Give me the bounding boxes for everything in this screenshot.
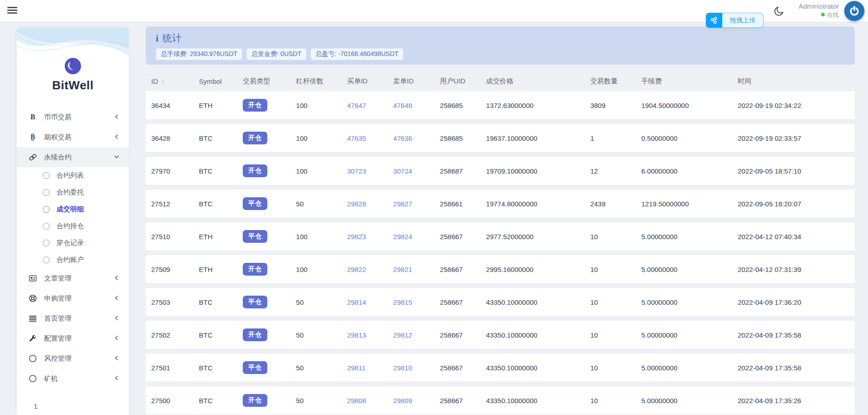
radio-circle-icon <box>43 206 50 213</box>
chevron-left-icon <box>113 133 121 141</box>
sidebar-subitem-liquidation-records[interactable]: 穿仓记录 <box>17 235 129 251</box>
cell-symbol: BTC <box>199 200 243 208</box>
cell-price: 19709.10000000 <box>486 167 590 175</box>
radio-circle-icon <box>43 172 50 179</box>
sidebar-subitem-label: 穿仓记录 <box>56 239 84 247</box>
sidebar-item-perpetual-contract[interactable]: 永续合约 <box>17 147 129 167</box>
column-header-time: 时间 <box>738 77 855 86</box>
buy_id-link[interactable]: 29822 <box>347 266 366 273</box>
upload-button[interactable]: 拖拽上传 <box>706 13 764 28</box>
sell_id-link[interactable]: 29824 <box>393 233 412 241</box>
sidebar-subitem-label: 成交明细 <box>56 205 84 214</box>
column-header-fee: 手续费 <box>641 77 738 86</box>
trade-type-badge: 开仓 <box>243 99 267 112</box>
stats-badges: 总手续费: 29340.976USDT总资金费: 0USDT总盈亏: -7016… <box>156 48 845 60</box>
sidebar-item-label: 币币交易 <box>44 113 113 122</box>
sidebar-subitem-label: 合约委托 <box>56 188 84 197</box>
cell-amount: 1 <box>590 134 641 142</box>
cell-symbol: ETH <box>199 266 243 273</box>
table-row: 27502BTC开仓50298132981225866743350.100000… <box>146 321 855 349</box>
buy_id-link[interactable]: 29814 <box>347 298 366 306</box>
cell-time: 2022-04-09 17:36:20 <box>738 298 855 306</box>
cell-buy_id: 29814 <box>347 298 393 306</box>
sell_id-link[interactable]: 29809 <box>393 397 412 405</box>
cell-id: 27502 <box>146 331 199 339</box>
sidebar-subitem-contract-orders[interactable]: 合约委托 <box>17 184 129 201</box>
sidebar-subitem-contract-positions[interactable]: 合约持仓 <box>17 218 129 235</box>
cell-fee: 6.00000000 <box>641 167 738 175</box>
sidebar-subitem-trade-details[interactable]: 成交明细 <box>17 201 129 218</box>
sell_id-link[interactable]: 29815 <box>393 298 412 306</box>
cell-symbol: BTC <box>199 298 243 306</box>
column-header-uid: 用户UID <box>440 77 486 86</box>
sidebar-item-config-management[interactable]: 配置管理 <box>17 328 129 348</box>
table-row: 27512BTC平仓50298282982725866119774.800000… <box>146 190 855 218</box>
column-header-sell_id: 卖单ID <box>393 77 440 86</box>
user-name: Administrator <box>799 2 839 11</box>
buy_id-link[interactable]: 29811 <box>347 364 366 372</box>
sell_id-link[interactable]: 29821 <box>393 266 412 273</box>
sidebar-item-risk-management[interactable]: 风控管理 <box>17 348 129 369</box>
cell-price: 43350.10000000 <box>486 331 590 339</box>
cell-amount: 10 <box>590 298 641 306</box>
sidebar: BitWell B币币交易B期权交易永续合约合约列表合约委托成交明细合约持仓穿仓… <box>17 27 129 415</box>
column-header-id[interactable]: ID↑ <box>146 77 199 85</box>
chevron-left-icon <box>113 375 121 382</box>
cell-trade_type: 平仓 <box>243 197 296 210</box>
chevron-left-icon <box>113 335 121 342</box>
sidebar-item-label: 首页管理 <box>44 314 113 323</box>
cell-id: 27500 <box>146 397 199 405</box>
table-row: 27501BTC平仓50298112981025866743350.100000… <box>146 354 855 382</box>
cell-uid: 258687 <box>440 167 486 175</box>
sell_id-link[interactable]: 47648 <box>393 102 412 109</box>
sidebar-item-homepage-management[interactable]: 首页管理 <box>17 308 129 328</box>
cell-uid: 258667 <box>440 397 486 405</box>
sidebar-item-coin-trade[interactable]: B币币交易 <box>17 107 129 127</box>
sell_id-link[interactable]: 29812 <box>393 331 412 339</box>
table-row: 27500BTC开仓50298082980925866743350.100000… <box>146 386 855 415</box>
cell-buy_id: 29822 <box>347 266 393 273</box>
cell-fee: 5.00000000 <box>641 266 738 273</box>
cell-buy_id: 47635 <box>347 134 393 142</box>
sidebar-item-options-trade[interactable]: B期权交易 <box>17 127 129 147</box>
cell-trade_type: 开仓 <box>243 328 296 341</box>
cell-time: 2022-09-19 02:34:22 <box>738 102 855 109</box>
column-header-symbol: Symbol <box>199 77 243 85</box>
cell-price: 2995.16000000 <box>486 266 590 273</box>
cell-leverage: 100 <box>296 266 347 273</box>
sell_id-link[interactable]: 29810 <box>393 364 412 372</box>
sidebar-subitem-contract-list[interactable]: 合约列表 <box>17 167 129 184</box>
buy_id-link[interactable]: 29813 <box>347 331 366 339</box>
netdisk-icon <box>706 13 722 28</box>
sell_id-link[interactable]: 30724 <box>393 167 412 175</box>
cell-time: 2022-04-09 17:35:58 <box>738 331 855 339</box>
menu-toggle-icon[interactable] <box>7 5 18 16</box>
buy_id-link[interactable]: 47635 <box>347 134 366 142</box>
cell-id: 27970 <box>146 167 199 175</box>
buy_id-link[interactable]: 47647 <box>347 102 366 109</box>
radio-circle-icon <box>43 256 50 263</box>
sidebar-item-subscription-management[interactable]: 申购管理 <box>17 288 129 308</box>
cell-buy_id: 29823 <box>347 233 393 241</box>
stat-badge: 总资金费: 0USDT <box>246 48 306 60</box>
svg-text:B: B <box>31 133 35 141</box>
avatar[interactable] <box>844 1 864 21</box>
buy_id-link[interactable]: 29808 <box>347 397 366 405</box>
chevron-left-icon <box>113 113 121 121</box>
sidebar-item-article-management[interactable]: 文章管理 <box>17 268 129 288</box>
sidebar-subitem-label: 合约持仓 <box>56 222 84 231</box>
lifebuoy-icon <box>28 294 37 302</box>
sidebar-subitem-contract-accounts[interactable]: 合约账户 <box>17 251 129 268</box>
sell_id-link[interactable]: 29827 <box>393 200 412 208</box>
dark-mode-icon[interactable] <box>773 5 785 17</box>
buy_id-link[interactable]: 30723 <box>347 167 366 175</box>
sidebar-item-miner[interactable]: 矿机 <box>17 369 129 389</box>
buy_id-link[interactable]: 29823 <box>347 233 366 241</box>
buy_id-link[interactable]: 29828 <box>347 200 366 208</box>
cell-sell_id: 29810 <box>393 364 440 372</box>
cell-amount: 10 <box>590 397 641 405</box>
sell_id-link[interactable]: 47636 <box>393 134 412 142</box>
cell-amount: 3809 <box>590 102 641 109</box>
cell-leverage: 50 <box>296 331 347 339</box>
cell-fee: 5.00000000 <box>641 298 738 306</box>
